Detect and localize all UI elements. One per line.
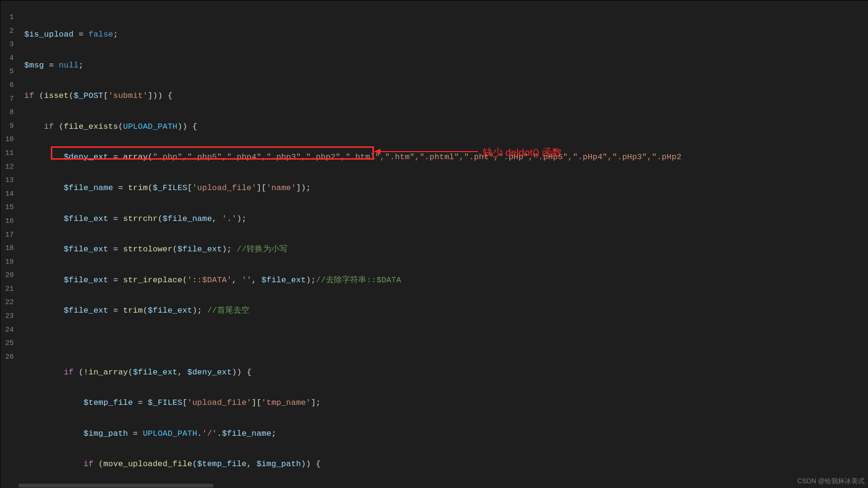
horizontal-scrollbar-thumb[interactable] bbox=[19, 484, 213, 488]
code-line: $img_path = UPLOAD_PATH.'/'.$file_name; bbox=[24, 427, 868, 441]
annotation-text: 缺少 deldot() 函数 bbox=[483, 146, 562, 159]
line-number: 1 bbox=[0, 11, 19, 25]
code-line: $file_ext = trim($file_ext); //首尾去空 bbox=[24, 304, 868, 318]
code-line: $msg = null; bbox=[24, 59, 868, 73]
annotation-highlight-box bbox=[51, 146, 374, 160]
line-number: 3 bbox=[0, 38, 19, 52]
line-number: 25 bbox=[0, 337, 19, 351]
code-line: if (isset($_POST['submit'])) { bbox=[24, 89, 868, 103]
line-number: 10 bbox=[0, 133, 19, 147]
code-line: $temp_file = $_FILES['upload_file']['tmp… bbox=[24, 396, 868, 410]
code-line: $file_ext = str_ireplace('::$DATA', '', … bbox=[24, 274, 868, 287]
line-number: 9 bbox=[0, 120, 19, 134]
code-line: $file_ext = strtolower($file_ext); //转换为… bbox=[24, 243, 868, 257]
line-number: 5 bbox=[0, 65, 19, 79]
code-editor: 1 2 3 4 5 6 7 8 9 10 11 12 13 14 15 16 1… bbox=[0, 0, 868, 488]
annotation-arrowhead-icon bbox=[374, 149, 381, 154]
watermark-text: CSDN @给我杯冰美式 bbox=[797, 477, 865, 486]
line-number: 17 bbox=[0, 229, 19, 242]
line-number: 16 bbox=[0, 215, 19, 229]
line-number: 7 bbox=[0, 93, 19, 106]
line-number: 6 bbox=[0, 79, 19, 93]
line-number: 4 bbox=[0, 52, 19, 66]
horizontal-scrollbar[interactable] bbox=[19, 483, 868, 488]
line-number: 15 bbox=[0, 201, 19, 215]
code-line: if (move_uploaded_file($temp_file, $img_… bbox=[24, 458, 868, 471]
code-line: if (file_exists(UPLOAD_PATH)) { bbox=[24, 120, 868, 134]
line-number: 26 bbox=[0, 351, 19, 364]
line-number: 8 bbox=[0, 106, 19, 120]
code-line: $file_name = trim($_FILES['upload_file']… bbox=[24, 182, 868, 195]
line-number: 19 bbox=[0, 256, 19, 269]
line-number: 18 bbox=[0, 242, 19, 256]
line-number: 12 bbox=[0, 161, 19, 174]
code-area[interactable]: $is_upload = false; $msg = null; if (iss… bbox=[19, 0, 868, 488]
line-number: 20 bbox=[0, 269, 19, 283]
line-number-gutter: 1 2 3 4 5 6 7 8 9 10 11 12 13 14 15 16 1… bbox=[0, 0, 19, 488]
code-line: if (!in_array($file_ext, $deny_ext)) { bbox=[24, 366, 868, 380]
line-number: 13 bbox=[0, 174, 19, 188]
code-line: $file_ext = strrchr($file_name, '.'); bbox=[24, 212, 868, 226]
annotation-arrow bbox=[376, 151, 478, 152]
line-number: 22 bbox=[0, 296, 19, 310]
code-line: $is_upload = false; bbox=[24, 28, 868, 42]
line-number: 21 bbox=[0, 283, 19, 297]
line-number: 24 bbox=[0, 324, 19, 337]
line-number: 2 bbox=[0, 25, 19, 38]
line-number: 11 bbox=[0, 147, 19, 161]
line-number: 23 bbox=[0, 310, 19, 324]
line-number: 14 bbox=[0, 188, 19, 201]
code-line bbox=[24, 335, 868, 349]
